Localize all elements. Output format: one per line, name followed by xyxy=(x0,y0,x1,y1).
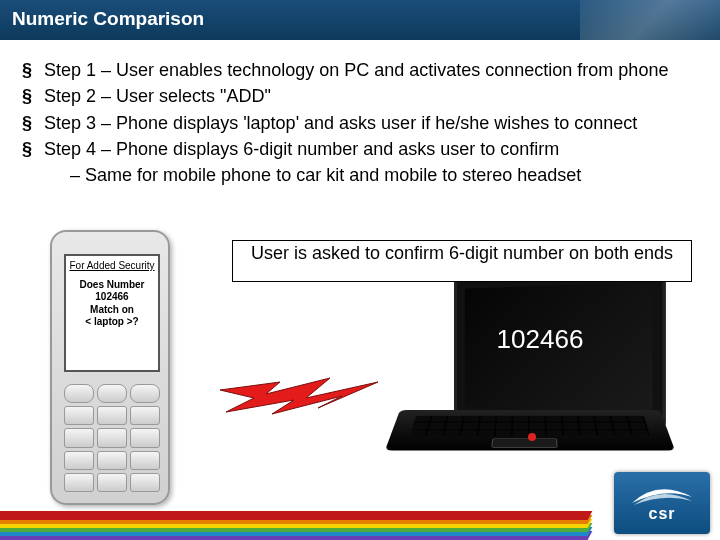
phone-line-laptop: < laptop >? xyxy=(85,316,138,327)
phone-line-security: For Added Security xyxy=(68,260,156,273)
laptop: 102466 xyxy=(400,278,670,488)
bullet-text: Step 3 – Phone displays 'laptop' and ask… xyxy=(44,111,637,135)
bullet-text: Step 4 – Phone displays 6-digit number a… xyxy=(44,137,559,161)
phone-line-does: Does Number xyxy=(79,279,144,290)
laptop-number: 102466 xyxy=(440,324,640,355)
trackpoint-icon xyxy=(528,433,536,441)
sub-bullet-text: Same for mobile phone to car kit and mob… xyxy=(85,165,581,185)
bullet-step-1: § Step 1 – User enables technology on PC… xyxy=(22,58,698,82)
lightning-icon xyxy=(210,360,380,430)
slide-header: Numeric Comparison xyxy=(0,0,720,40)
phone-keypad xyxy=(64,384,160,492)
phone-line-match: Match on xyxy=(90,304,134,315)
content-area: § Step 1 – User enables technology on PC… xyxy=(0,40,720,197)
rainbow-strip xyxy=(0,512,560,540)
bullet-marker-icon: § xyxy=(22,58,32,82)
bullet-marker-icon: § xyxy=(22,137,32,161)
bullet-list: § Step 1 – User enables technology on PC… xyxy=(22,58,698,187)
logo-text: csr xyxy=(648,505,675,523)
bullet-step-3: § Step 3 – Phone displays 'laptop' and a… xyxy=(22,111,698,135)
bullet-text: Step 1 – User enables technology on PC a… xyxy=(44,58,668,82)
bullet-marker-icon: § xyxy=(22,111,32,135)
bullet-marker-icon: § xyxy=(22,84,32,108)
slide-title: Numeric Comparison xyxy=(12,8,204,29)
callout-box: User is asked to confirm 6-digit number … xyxy=(232,240,692,282)
bullet-step-4: § Step 4 – Phone displays 6-digit number… xyxy=(22,137,698,161)
sub-bullet: – Same for mobile phone to car kit and m… xyxy=(22,163,698,187)
callout-text: User is asked to confirm 6-digit number … xyxy=(251,243,673,263)
phone-screen: For Added Security Does Number 102466 Ma… xyxy=(64,254,160,372)
svg-marker-0 xyxy=(220,378,378,414)
bullet-step-2: § Step 2 – User selects "ADD" xyxy=(22,84,698,108)
mobile-phone: For Added Security Does Number 102466 Ma… xyxy=(50,230,185,510)
phone-line-number: 102466 xyxy=(95,291,128,302)
bullet-text: Step 2 – User selects "ADD" xyxy=(44,84,271,108)
